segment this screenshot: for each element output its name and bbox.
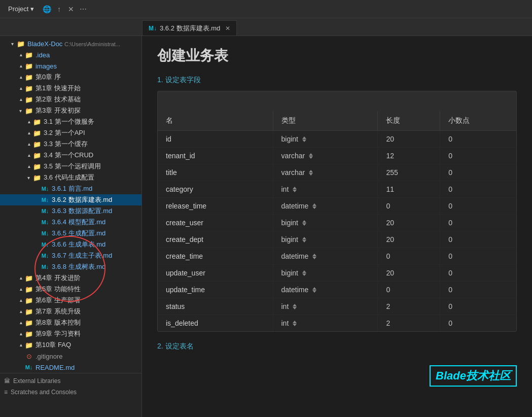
tree-label: 第9章 学习资料 [36, 329, 139, 338]
sidebar-item-gitignore[interactable]: ▸ ⊙ .gitignore [0, 351, 141, 362]
sync-icon[interactable]: ↑ [54, 5, 63, 14]
section-2-header[interactable]: 2. 设定表名 [157, 342, 517, 351]
expand-arrow: ▸ [24, 162, 32, 170]
sidebar-item-readme[interactable]: ▸ M↓ README.md [0, 362, 141, 373]
folder-icon: 📁 [24, 273, 33, 283]
sidebar-item-ch5[interactable]: ▸ 📁 第5章 功能特性 [0, 284, 141, 295]
sidebar-item-ch1[interactable]: ▸ 📁 第1章 快速开始 [0, 83, 141, 94]
type-spinner[interactable] [312, 287, 316, 293]
cell-field-type[interactable]: varchar [273, 164, 378, 181]
sidebar-item-ch7[interactable]: ▸ 📁 第7章 系统升级 [0, 306, 141, 317]
cell-field-decimal: 0 [440, 265, 516, 282]
tab-close-icon[interactable]: ✕ [225, 25, 230, 32]
sidebar-item-ch3-3[interactable]: ▸ 📁 3.3 第一个缓存 [0, 138, 141, 150]
sidebar-item-ch3-4[interactable]: ▸ 📁 3.4 第一个CRUD [0, 150, 141, 161]
globe-icon[interactable]: 🌐 [42, 5, 51, 14]
section-1-header[interactable]: 1. 设定表字段 [157, 76, 517, 85]
project-dropdown[interactable]: Project ▾ [4, 3, 38, 15]
sidebar-item-ch3-2[interactable]: ▸ 📁 3.2 第一个API [0, 127, 141, 138]
cell-field-name: status [158, 298, 273, 315]
sidebar-item-ch8[interactable]: ▸ 📁 第8章 版本控制 [0, 317, 141, 328]
sidebar-item-ch3-6[interactable]: ▾ 📁 3.6 代码生成配置 [0, 172, 141, 183]
sidebar-item-ch10[interactable]: ▸ 📁 第10章 FAQ [0, 339, 141, 351]
sidebar-item-ch3-6-2[interactable]: ▸ M↓ 3.6.2 数据库建表.md [0, 194, 141, 205]
table-row[interactable]: is_deletedint20 [158, 315, 516, 332]
sidebar-item-ch4[interactable]: ▸ 📁 第4章 开发进阶 [0, 272, 141, 284]
table-row[interactable]: titlevarchar2550 [158, 164, 516, 181]
table-row[interactable]: create_deptbigint200 [158, 231, 516, 248]
folder-icon: 📁 [24, 296, 33, 305]
sidebar-item-idea[interactable]: ▸ 📁 .idea [0, 49, 141, 60]
table-row[interactable]: categoryint110 [158, 181, 516, 198]
sidebar-item-ch3-6-3[interactable]: ▸ M↓ 3.6.3 数据源配置.md [0, 205, 141, 217]
cell-field-length: 0 [378, 248, 440, 265]
external-libraries-item[interactable]: 🏛 External Libraries [0, 375, 141, 387]
md-icon: M↓ [41, 251, 50, 260]
sidebar-item-images[interactable]: ▸ 📁 images [0, 60, 141, 72]
table-row[interactable]: release_timedatetime00 [158, 198, 516, 215]
folder-icon: 📁 [32, 140, 42, 149]
table-row[interactable]: tenant_idvarchar120 [158, 148, 516, 164]
tree-label: 3.6.1 前言.md [52, 184, 139, 193]
folder-icon: 📁 [24, 106, 33, 115]
type-spinner[interactable] [293, 321, 297, 326]
cell-field-type[interactable]: datetime [273, 198, 378, 215]
type-spinner[interactable] [293, 187, 297, 192]
sidebar-item-ch3-6-4[interactable]: ▸ M↓ 3.6.4 模型配置.md [0, 217, 141, 228]
sidebar-item-bladex-doc[interactable]: ▾ 📁 BladeX-Doc C:\Users\Administrat... [0, 38, 141, 49]
cell-field-type[interactable]: int [273, 181, 378, 198]
tree-label: .gitignore [36, 353, 139, 360]
cell-field-type[interactable]: bigint [273, 131, 378, 148]
type-spinner[interactable] [312, 203, 316, 209]
tree-label: BladeX-Doc C:\Users\Administrat... [27, 40, 139, 48]
type-spinner[interactable] [312, 254, 316, 259]
table-header-row: 名 类型 长度 小数点 [158, 111, 516, 131]
type-spinner[interactable] [302, 270, 306, 276]
sidebar-item-ch3-6-5[interactable]: ▸ M↓ 3.6.5 生成配置.md [0, 228, 141, 239]
folder-icon: 📁 [24, 329, 33, 338]
cell-field-type[interactable]: bigint [273, 231, 378, 248]
cell-field-type[interactable]: int [273, 315, 378, 332]
sidebar-item-ch6[interactable]: ▸ 📁 第6章 生产部署 [0, 295, 141, 306]
cell-field-type[interactable]: bigint [273, 265, 378, 282]
cell-field-name: title [158, 164, 273, 181]
cell-field-type[interactable]: int [273, 298, 378, 315]
sidebar-item-ch3-1[interactable]: ▸ 📁 3.1 第一个微服务 [0, 116, 141, 127]
sidebar-item-ch3-6-1[interactable]: ▸ M↓ 3.6.1 前言.md [0, 183, 141, 194]
cell-field-type[interactable]: varchar [273, 148, 378, 164]
tree-label: 3.6.6 生成单表.md [52, 240, 139, 249]
table-row[interactable]: update_userbigint200 [158, 265, 516, 282]
cell-field-type[interactable]: bigint [273, 215, 378, 231]
more-icon[interactable]: ⋯ [79, 5, 88, 14]
table-row[interactable]: create_timedatetime00 [158, 248, 516, 265]
sidebar-item-ch3[interactable]: ▾ 📁 第3章 开发初探 [0, 105, 141, 116]
table-row[interactable]: idbigint200 [158, 131, 516, 148]
sidebar-item-ch3-6-6[interactable]: ▸ M↓ 3.6.6 生成单表.md [0, 239, 141, 250]
sidebar-item-ch3-5[interactable]: ▸ 📁 3.5 第一个远程调用 [0, 161, 141, 172]
sidebar-item-ch3-6-7[interactable]: ▸ M↓ 3.6.7 生成主子表.md [0, 250, 141, 261]
scratches-item[interactable]: ≡ Scratches and Consoles [0, 387, 141, 398]
cell-field-type[interactable]: datetime [273, 282, 378, 298]
table-row[interactable]: update_timedatetime00 [158, 282, 516, 298]
scratches-icon: ≡ [4, 389, 8, 396]
expand-arrow: ▸ [16, 84, 24, 92]
cell-field-length: 0 [378, 282, 440, 298]
type-spinner[interactable] [309, 153, 313, 159]
page-title: 创建业务表 [157, 46, 517, 65]
sidebar-item-ch9[interactable]: ▸ 📁 第9章 学习资料 [0, 328, 141, 339]
sidebar-item-ch3-6-8[interactable]: ▸ M↓ 3.6.8 生成树表.md [0, 261, 141, 272]
table-row[interactable]: create_userbigint200 [158, 215, 516, 231]
tree-label: 3.6.7 生成主子表.md [52, 251, 139, 260]
tab-database-file[interactable]: M↓ 3.6.2 数据库建表.md ✕ [142, 20, 237, 36]
table-row[interactable]: statusint20 [158, 298, 516, 315]
folder-icon: 📁 [24, 50, 33, 59]
sidebar-item-ch0[interactable]: ▸ 📁 第0章 序 [0, 72, 141, 83]
type-spinner[interactable] [309, 170, 313, 176]
type-spinner[interactable] [302, 136, 306, 142]
cell-field-type[interactable]: datetime [273, 248, 378, 265]
sidebar-item-ch2[interactable]: ▸ 📁 第2章 技术基础 [0, 94, 141, 105]
type-spinner[interactable] [302, 237, 306, 242]
type-spinner[interactable] [293, 304, 297, 309]
close-icon[interactable]: ✕ [66, 5, 76, 14]
type-spinner[interactable] [302, 220, 306, 226]
